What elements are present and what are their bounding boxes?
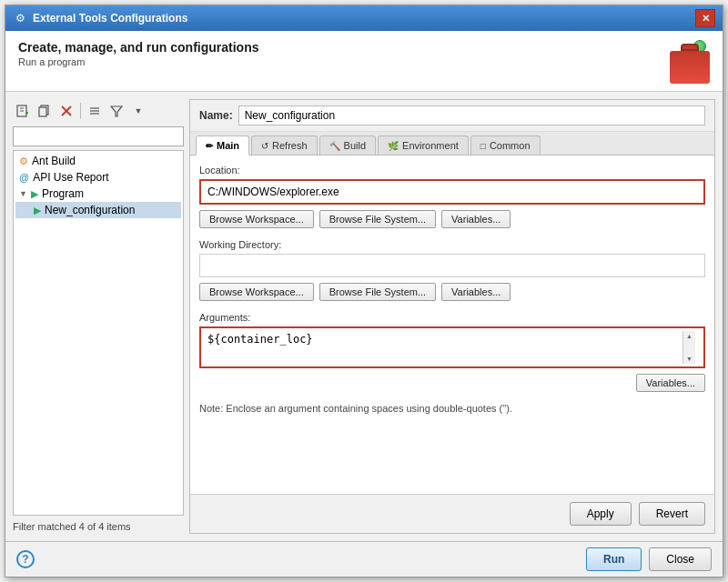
revert-button[interactable]: Revert bbox=[639, 502, 705, 526]
name-input[interactable] bbox=[238, 105, 705, 125]
close-button[interactable]: Close bbox=[649, 547, 712, 571]
browse-file-2-button[interactable]: Browse File System... bbox=[319, 283, 436, 301]
left-panel: ▼ ⚙ Ant Build @ API Use Report ▼ ▶ Progr… bbox=[13, 99, 184, 534]
ant-build-label: Ant Build bbox=[32, 155, 76, 167]
env-tab-label: Environment bbox=[402, 140, 459, 151]
build-tab-label: Build bbox=[344, 140, 366, 151]
new-config-button[interactable] bbox=[13, 101, 33, 121]
program-icon: ▶ bbox=[31, 188, 38, 200]
refresh-tab-label: Refresh bbox=[272, 140, 308, 151]
working-dir-input[interactable] bbox=[203, 257, 702, 274]
tree-item-api-report[interactable]: @ API Use Report bbox=[15, 169, 181, 186]
arguments-btn-row: Variables... bbox=[199, 374, 705, 392]
arguments-textarea-wrapper: ▲ ▼ bbox=[199, 326, 705, 368]
footer-left: ? bbox=[16, 550, 35, 568]
textarea-scrollbar: ▲ ▼ bbox=[682, 331, 695, 364]
bottom-buttons: Apply Revert bbox=[190, 494, 714, 533]
new-config-label: New_configuration bbox=[45, 204, 135, 216]
delete-button[interactable] bbox=[56, 101, 76, 121]
location-input-wrapper bbox=[199, 179, 705, 205]
left-toolbar: ▼ bbox=[13, 99, 184, 123]
tree-item-new-config[interactable]: ▶ New_configuration bbox=[15, 202, 181, 218]
common-tab-label: Common bbox=[490, 140, 531, 151]
working-dir-group: Working Directory: Browse Workspace... B… bbox=[199, 239, 705, 301]
expand-icon: ▼ bbox=[19, 189, 27, 198]
api-report-label: API Use Report bbox=[33, 171, 108, 184]
footer-right: Run Close bbox=[586, 547, 712, 571]
header-area: Create, manage, and run configurations R… bbox=[5, 31, 723, 92]
header-text: Create, manage, and run configurations R… bbox=[18, 40, 259, 67]
search-input[interactable] bbox=[13, 126, 184, 146]
help-button[interactable]: ? bbox=[16, 550, 35, 568]
location-label: Location: bbox=[199, 165, 705, 176]
filter-button[interactable] bbox=[106, 101, 126, 121]
tab-refresh[interactable]: ↺ Refresh bbox=[251, 135, 318, 155]
toolbox-icon bbox=[670, 51, 710, 84]
toolbar-sep-1 bbox=[80, 103, 81, 119]
location-group: Location: Browse Workspace... Browse Fil… bbox=[199, 165, 705, 228]
browse-workspace-1-button[interactable]: Browse Workspace... bbox=[199, 210, 314, 228]
scroll-up-icon[interactable]: ▲ bbox=[686, 331, 693, 341]
apply-button[interactable]: Apply bbox=[570, 502, 632, 526]
main-tab-label: Main bbox=[217, 140, 239, 151]
note-text: Note: Enclose an argument containing spa… bbox=[199, 403, 705, 414]
svg-marker-12 bbox=[111, 106, 122, 116]
window-close-button[interactable]: ✕ bbox=[695, 9, 715, 27]
svg-rect-6 bbox=[39, 107, 46, 116]
tab-build[interactable]: 🔨 Build bbox=[319, 135, 376, 155]
variables-1-button[interactable]: Variables... bbox=[441, 210, 511, 228]
header-icon bbox=[666, 40, 710, 84]
tab-common[interactable]: □ Common bbox=[470, 135, 541, 155]
location-btn-row: Browse Workspace... Browse File System..… bbox=[199, 210, 705, 228]
footer-bar: ? Run Close bbox=[5, 541, 723, 577]
window-title: External Tools Configurations bbox=[33, 12, 695, 25]
collapse-all-button[interactable] bbox=[85, 101, 105, 121]
variables-3-button[interactable]: Variables... bbox=[636, 374, 705, 392]
main-window: ⚙ External Tools Configurations ✕ Create… bbox=[5, 5, 723, 577]
build-tab-icon: 🔨 bbox=[329, 141, 340, 151]
tree-item-program[interactable]: ▼ ▶ Program bbox=[15, 186, 181, 202]
main-tab-icon: ✏ bbox=[206, 141, 213, 151]
common-tab-icon: □ bbox=[480, 141, 486, 151]
browse-file-1-button[interactable]: Browse File System... bbox=[319, 210, 436, 228]
variables-2-button[interactable]: Variables... bbox=[441, 283, 511, 301]
working-dir-btn-row: Browse Workspace... Browse File System..… bbox=[199, 283, 705, 301]
config-tree: ⚙ Ant Build @ API Use Report ▼ ▶ Program… bbox=[13, 150, 184, 516]
tab-main[interactable]: ✏ Main bbox=[196, 135, 249, 156]
duplicate-button[interactable] bbox=[35, 101, 55, 121]
tab-content-main: Location: Browse Workspace... Browse Fil… bbox=[190, 156, 714, 494]
title-bar: ⚙ External Tools Configurations ✕ bbox=[5, 5, 723, 31]
name-bar: Name: bbox=[190, 100, 714, 132]
ant-icon: ⚙ bbox=[19, 156, 28, 167]
filter-dropdown-button[interactable]: ▼ bbox=[128, 101, 148, 121]
sub-heading: Run a program bbox=[18, 56, 259, 67]
filter-status: Filter matched 4 of 4 items bbox=[13, 519, 184, 534]
toolbox-handle bbox=[681, 44, 699, 51]
api-icon: @ bbox=[19, 172, 29, 183]
arguments-group: Arguments: ▲ ▼ Variables... bbox=[199, 312, 705, 392]
program-label: Program bbox=[42, 187, 84, 200]
scroll-down-icon[interactable]: ▼ bbox=[686, 354, 693, 364]
config-icon: ▶ bbox=[34, 205, 41, 216]
window-icon: ⚙ bbox=[13, 11, 27, 25]
arguments-input[interactable] bbox=[204, 331, 682, 364]
arguments-label: Arguments: bbox=[199, 312, 705, 323]
content-area: ▼ ⚙ Ant Build @ API Use Report ▼ ▶ Progr… bbox=[5, 92, 723, 541]
working-dir-label: Working Directory: bbox=[199, 239, 705, 250]
refresh-tab-icon: ↺ bbox=[261, 141, 268, 151]
main-heading: Create, manage, and run configurations bbox=[18, 40, 259, 55]
env-tab-icon: 🌿 bbox=[388, 141, 399, 151]
location-input[interactable] bbox=[204, 184, 701, 200]
tabs-bar: ✏ Main ↺ Refresh 🔨 Build 🌿 Environment □ bbox=[190, 132, 714, 156]
tab-environment[interactable]: 🌿 Environment bbox=[378, 135, 469, 155]
browse-workspace-2-button[interactable]: Browse Workspace... bbox=[199, 283, 314, 301]
name-label: Name: bbox=[199, 109, 233, 122]
tree-item-ant-build[interactable]: ⚙ Ant Build bbox=[15, 153, 181, 169]
run-button[interactable]: Run bbox=[586, 547, 642, 571]
working-dir-input-wrapper bbox=[199, 254, 705, 277]
right-panel: Name: ✏ Main ↺ Refresh 🔨 Build 🌿 bbox=[189, 99, 715, 534]
